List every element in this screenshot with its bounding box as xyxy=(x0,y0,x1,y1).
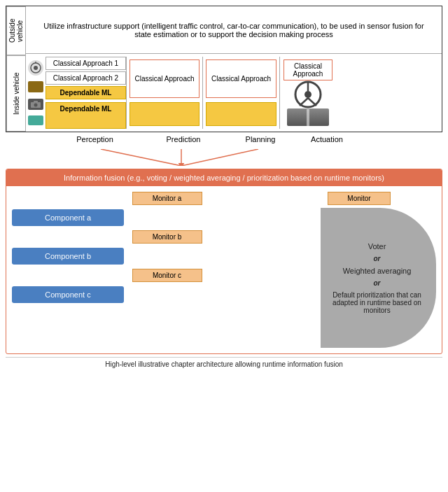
pred-classical-box: Classical Approach xyxy=(130,59,200,98)
road-image xyxy=(287,108,329,126)
svg-rect-5 xyxy=(34,101,38,103)
connector-svg xyxy=(45,149,360,166)
connector-area xyxy=(45,149,442,166)
gps-icon xyxy=(28,60,43,76)
or1-label: or xyxy=(374,255,381,262)
voter-box: Voter or Weighted averaging or Default p… xyxy=(321,208,436,348)
svg-point-1 xyxy=(34,66,38,70)
inside-vehicle-label: Inside vehicle xyxy=(6,55,26,132)
classical2-box: Classical Approach 2 xyxy=(46,71,126,85)
svg-line-9 xyxy=(300,98,308,106)
svg-line-10 xyxy=(308,98,316,106)
info-fusion-header: Information fusion (e.g., voting / weigh… xyxy=(6,169,442,186)
axis-planning: Planning xyxy=(222,135,299,143)
bottom-caption: High-level illustrative chapter architec… xyxy=(6,357,442,370)
component-b-box: Component b xyxy=(12,248,124,265)
outside-text-row: Utilize infrastructure support (intellig… xyxy=(26,6,442,54)
dep-ml2-box: Dependable ML xyxy=(46,102,126,129)
or2-label: or xyxy=(374,279,381,287)
planning-col: Classical Approach xyxy=(203,57,280,129)
bottom-inner: Monitor a Component a Monitor b Componen… xyxy=(6,186,442,353)
component-a-box: Component a xyxy=(12,209,124,226)
axis-labels: Perception Prediction Planning Actuation xyxy=(6,135,442,143)
chip-icon xyxy=(28,115,43,125)
components-col: Monitor a Component a Monitor b Componen… xyxy=(12,192,315,348)
axis-prediction: Prediction xyxy=(145,135,222,143)
svg-line-12 xyxy=(101,149,181,166)
steering-wheel-icon xyxy=(294,80,322,108)
bottom-diagram: Information fusion (e.g., voting / weigh… xyxy=(6,169,442,354)
svg-point-4 xyxy=(34,103,38,106)
lidar-icon xyxy=(28,81,43,92)
prediction-col: Classical Approach xyxy=(126,57,203,129)
monitor-a-label: Monitor a xyxy=(132,192,202,205)
right-part: Monitor Voter or Weighted averaging or D… xyxy=(321,192,436,348)
actuation-col: Classical Approach xyxy=(280,57,336,129)
monitor-c-label: Monitor c xyxy=(132,269,202,282)
voter-label: Voter xyxy=(368,242,386,251)
axis-perception: Perception xyxy=(45,135,145,143)
main-container: Outside vehicle Inside vehicle Utilize i… xyxy=(0,0,448,375)
side-labels: Outside vehicle Inside vehicle xyxy=(6,6,26,132)
act-classical-box: Classical Approach xyxy=(284,59,332,80)
perception-col: Classical Approach 1 Classical Approach … xyxy=(46,57,126,129)
default-label: Default prioritization that can adapted … xyxy=(329,291,425,314)
svg-point-7 xyxy=(304,91,312,98)
component-c-box: Component c xyxy=(12,286,124,303)
outside-vehicle-label: Outside vehicle xyxy=(6,6,26,55)
monitor-b-label: Monitor b xyxy=(132,230,202,244)
classical1-box: Classical Approach 1 xyxy=(46,57,126,70)
monitor-top-right-label: Monitor xyxy=(328,192,391,205)
plan-classical-box: Classical Approach xyxy=(206,59,276,98)
dep-ml1-box: Dependable ML xyxy=(46,86,126,99)
axis-actuation: Actuation xyxy=(299,135,355,143)
diagram-content: Utilize infrastructure support (intellig… xyxy=(26,6,442,132)
svg-line-13 xyxy=(181,149,258,166)
outside-text: Utilize infrastructure support (intellig… xyxy=(34,22,433,38)
camera-icon xyxy=(28,99,43,110)
weighted-label: Weighted averaging xyxy=(343,267,412,275)
sensor-icons xyxy=(26,57,46,129)
top-diagram: Outside vehicle Inside vehicle Utilize i… xyxy=(6,6,442,132)
